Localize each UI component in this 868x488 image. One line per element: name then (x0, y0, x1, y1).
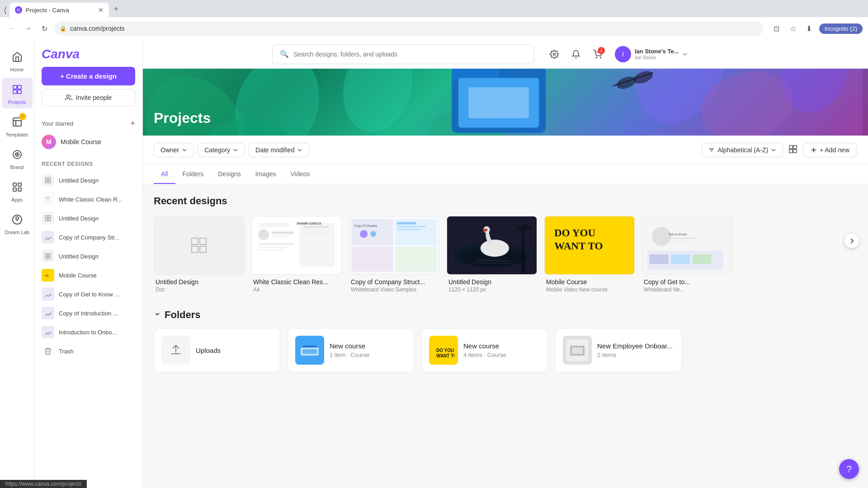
card-meta-0: Doc (156, 286, 242, 293)
banner-scroll[interactable] (863, 69, 868, 136)
search-bar[interactable]: 🔍 (272, 44, 534, 64)
svg-rect-110 (572, 347, 583, 354)
profile-btn[interactable]: Incognito (2) (819, 23, 863, 34)
svg-rect-104 (302, 349, 317, 354)
add-new-btn[interactable]: + Add new (803, 143, 857, 157)
svg-rect-1 (18, 85, 21, 89)
folder-card-1[interactable]: DO YOU WANT TO New course 4 items · Cour… (421, 328, 548, 372)
starred-item-name: Mobile Course (61, 138, 101, 145)
svg-rect-54 (200, 238, 206, 244)
back-btn[interactable]: ← (5, 22, 18, 35)
card-thumb-1: SHAWN GARCIA (251, 216, 342, 275)
help-button[interactable]: ? (839, 459, 859, 479)
tab-close-btn[interactable]: ✕ (98, 6, 104, 14)
card-thumb-5: Get to Know (642, 216, 732, 275)
svg-rect-53 (192, 238, 198, 244)
svg-rect-21 (45, 216, 47, 218)
tab-folders[interactable]: Folders (175, 165, 211, 184)
invite-people-button[interactable]: Invite people (42, 89, 135, 106)
cards-next-arrow[interactable] (844, 234, 859, 248)
tab-overflow-btn[interactable]: ⟨ (4, 5, 7, 15)
design-card-4[interactable]: DO YOU WANT TO Mobile Course Mobile Vide… (544, 216, 635, 295)
design-card-2[interactable]: Copy of Company Copy of Company Struct..… (349, 216, 439, 295)
sort-icon (708, 147, 715, 153)
owner-filter-btn[interactable]: Owner (154, 143, 194, 157)
folder-card-2[interactable]: New Employee Onboar... 2 items (555, 328, 682, 372)
tab-designs[interactable]: Designs (211, 165, 248, 184)
recent-item-8[interactable]: Introduction to Onbo... (38, 323, 139, 342)
sidebar-item-projects[interactable]: Projects (2, 78, 33, 108)
recent-item-5[interactable]: DO Mobile Course (38, 266, 139, 285)
view-toggle-btn[interactable] (788, 145, 797, 156)
download-btn[interactable]: ⬇ (803, 22, 816, 35)
svg-text:Copy of Company: Copy of Company (354, 224, 377, 228)
add-icon (811, 147, 817, 153)
apps-icon (9, 179, 25, 195)
invite-icon (65, 94, 72, 101)
search-input[interactable] (293, 51, 527, 58)
search-icon: 🔍 (280, 50, 289, 58)
folder-thumb-1: DO YOU WANT TO (429, 336, 458, 365)
create-design-button[interactable]: + Create a design (42, 67, 135, 85)
folder-info-uploads: Uploads (196, 347, 273, 354)
profile-area[interactable]: I Ian Stone's Te... Ian Stone (611, 44, 691, 64)
sidebar-item-dreamlab[interactable]: Dream Lab (2, 208, 33, 239)
recent-thumb-7 (42, 307, 54, 319)
design-card-3[interactable]: Untitled Design 1120 × 1120 px (447, 216, 537, 295)
new-tab-btn[interactable]: + (110, 3, 123, 15)
recent-item-7[interactable]: Copy of Introduction ... (38, 304, 139, 323)
design-card-5[interactable]: Get to Know Copy of Get (642, 216, 732, 295)
url-bar[interactable]: 🔒 canva.com/projects (54, 21, 763, 36)
reload-btn[interactable]: ↻ (38, 22, 51, 35)
sidebar-item-apps[interactable]: Apps (2, 175, 33, 206)
card-meta-5: Whiteboard Ne... (644, 286, 731, 293)
svg-rect-40 (452, 69, 499, 80)
templates-label: Templates (5, 132, 28, 137)
tab-videos[interactable]: Videos (283, 165, 317, 184)
search-container: 🔍 (268, 44, 539, 64)
recent-item-2[interactable]: Untitled Design (38, 209, 139, 228)
recent-item-6[interactable]: Copy of Get to Know ... (38, 285, 139, 304)
design-card-1[interactable]: SHAWN GARCIA White Classic Clean Res... … (251, 216, 342, 295)
svg-rect-42 (468, 87, 529, 118)
cart-btn[interactable]: 1 (590, 46, 606, 62)
date-filter-btn[interactable]: Date modified (249, 143, 309, 157)
sidebar-item-home[interactable]: Home (2, 45, 33, 76)
svg-rect-19 (46, 198, 49, 198)
main-wrapper: 🔍 (143, 40, 868, 488)
category-filter-btn[interactable]: Category (198, 143, 245, 157)
toolbar-right: Alphabetical (A-Z) + Add new (702, 143, 857, 157)
tab-images[interactable]: Images (248, 165, 283, 184)
svg-point-12 (66, 95, 69, 97)
apps-label: Apps (11, 197, 23, 202)
starred-add-btn[interactable]: + (130, 119, 135, 128)
cart-badge: 1 (598, 47, 605, 54)
tab-all[interactable]: All (154, 165, 175, 184)
svg-rect-22 (48, 216, 51, 218)
recent-item-1[interactable]: White Classic Clean R... (38, 190, 139, 209)
svg-rect-23 (45, 219, 47, 221)
cast-btn[interactable]: ⊡ (770, 22, 783, 35)
notifications-btn[interactable] (568, 46, 584, 62)
sidebar-item-templates[interactable]: ! Templates (2, 110, 33, 141)
sort-btn[interactable]: Alphabetical (A-Z) (702, 143, 783, 157)
folder-name-uploads: Uploads (196, 347, 273, 354)
sidebar-item-brand[interactable]: Brand (2, 143, 33, 174)
svg-rect-10 (13, 188, 16, 191)
bookmark-btn[interactable]: ☆ (787, 22, 799, 35)
starred-item[interactable]: M Mobile Course (42, 132, 135, 152)
folders-toggle-btn[interactable] (154, 310, 161, 319)
recent-item-3[interactable]: Copy of Company Str... (38, 228, 139, 247)
tabs: All Folders Designs Images Videos (143, 165, 868, 184)
forward-btn[interactable]: → (22, 22, 34, 35)
folder-card-uploads[interactable]: Uploads (154, 328, 280, 372)
card-info-2: Copy of Company Struct... Whiteboard Vid… (349, 275, 439, 295)
card-thumb-3 (447, 216, 537, 275)
recent-item-0[interactable]: Untitled Design (38, 171, 139, 190)
trash-item[interactable]: Trash (38, 342, 139, 361)
folder-card-0[interactable]: New course 1 item · Course (288, 328, 414, 372)
settings-btn[interactable] (546, 46, 562, 62)
active-tab[interactable]: C Projects - Canva ✕ (9, 3, 109, 17)
recent-item-4[interactable]: Untitled Design (38, 247, 139, 266)
design-card-0[interactable]: Untitled Design Doc (154, 216, 244, 295)
